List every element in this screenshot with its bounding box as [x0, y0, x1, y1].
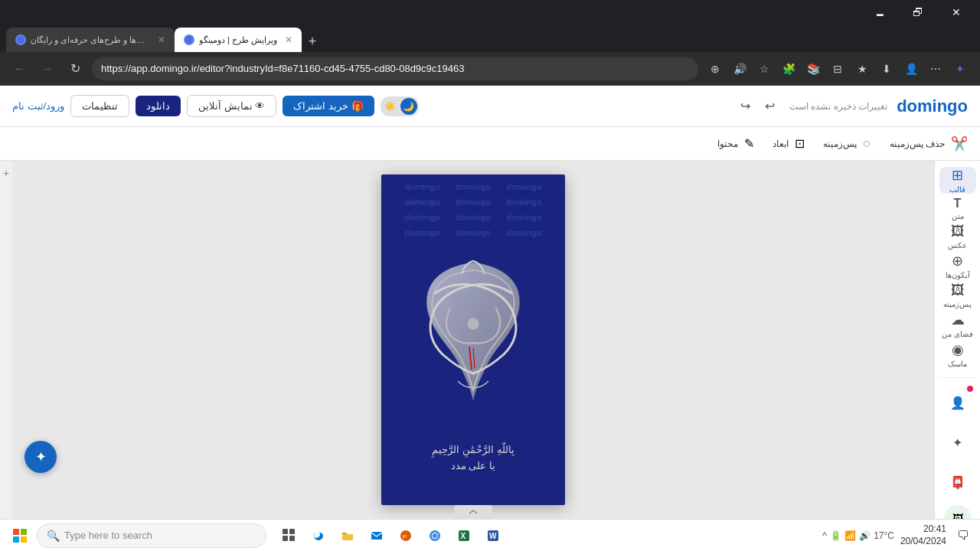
- add-to-bar-icon[interactable]: ⊕: [704, 58, 726, 80]
- forward-button[interactable]: →: [37, 58, 58, 80]
- subscribe-button[interactable]: 🎁 خرید اشتراک: [283, 96, 374, 116]
- excel-app[interactable]: X: [450, 522, 478, 549]
- extra-icon-2: ✦: [952, 435, 962, 450]
- more-icon[interactable]: ⋯: [925, 58, 946, 80]
- far-right-panel: +: [0, 161, 12, 519]
- sidebar-item-icons[interactable]: ⊕ آیکون‌ها: [939, 253, 976, 279]
- mask-label: ماسک: [948, 360, 967, 368]
- dimensions-icon: ⊡: [795, 136, 805, 151]
- extensions-icon[interactable]: 🧩: [778, 58, 799, 80]
- favorites-bar-icon[interactable]: ★: [851, 58, 873, 80]
- mail-app[interactable]: [363, 522, 390, 549]
- tab-1-label: قالب‌ها و طرح‌های حرفه‌ای و رایگان: [31, 35, 150, 45]
- read-aloud-icon[interactable]: 🔊: [729, 58, 750, 80]
- parrot-app[interactable]: P: [392, 522, 420, 549]
- chevron-up-icon[interactable]: ^: [822, 530, 827, 541]
- ai-icon[interactable]: ✦: [24, 441, 57, 473]
- tab-1[interactable]: قالب‌ها و طرح‌های حرفه‌ای و رایگان ✕: [6, 28, 175, 52]
- sidebar-item-template[interactable]: ⊞ قالب: [939, 167, 976, 194]
- notification-dot: [967, 386, 973, 392]
- battery-icon: 🔋: [830, 530, 841, 541]
- address-input[interactable]: [92, 57, 698, 80]
- tab-bar: قالب‌ها و طرح‌های حرفه‌ای و رایگان ✕ ویر…: [0, 24, 980, 52]
- undo-button[interactable]: ↩: [759, 96, 780, 117]
- top-tool-dimensions[interactable]: ⊡ ابعاد: [773, 136, 805, 151]
- myspace-label: فضای من: [942, 330, 973, 338]
- canvas-area[interactable]: 🛒 افزودن طرح به سبد خرید ℹ domingo domin…: [12, 161, 934, 519]
- extra-icon-3: 📮: [950, 475, 965, 490]
- minimize-button[interactable]: 🗕: [862, 0, 897, 24]
- back-button[interactable]: ←: [9, 58, 31, 80]
- refresh-button[interactable]: ↻: [64, 58, 86, 80]
- tab-1-favicon: [15, 34, 26, 45]
- top-tool-content[interactable]: ✎ محتوا: [717, 136, 754, 151]
- start-button[interactable]: [6, 522, 34, 549]
- myspace-icon: ☁: [951, 311, 965, 328]
- chrome-app[interactable]: [421, 522, 449, 549]
- ai-magic-button[interactable]: ✦: [24, 441, 57, 473]
- top-tool-background[interactable]: ○ پس‌زمینه: [823, 135, 871, 152]
- content-label: محتوا: [717, 139, 738, 149]
- tab-1-close[interactable]: ✕: [158, 34, 165, 45]
- theme-toggle[interactable]: 🌙 ☀️: [381, 96, 419, 116]
- calligraphy-artwork: [404, 247, 542, 416]
- tool-extra-2[interactable]: ✦: [939, 424, 976, 461]
- sidebar-item-text[interactable]: T متن: [939, 197, 976, 220]
- tool-extra-1[interactable]: 👤: [939, 384, 976, 421]
- bg-icon-top: ○: [863, 135, 871, 152]
- top-tool-remove-bg[interactable]: ✂️ حذف پس‌زمینه: [890, 135, 968, 152]
- new-tab-button[interactable]: +: [302, 31, 323, 52]
- svg-text:X: X: [461, 532, 466, 540]
- scroll-handle[interactable]: [454, 505, 492, 519]
- title-bar: 🗕 🗗 ✕: [0, 0, 980, 24]
- svg-rect-14: [289, 536, 295, 541]
- collections-icon[interactable]: 📚: [802, 58, 824, 80]
- sidebar-item-myspace[interactable]: ☁ فضای من: [939, 311, 976, 338]
- word-app[interactable]: W: [479, 522, 507, 549]
- profile-icon[interactable]: 👤: [900, 58, 922, 80]
- svg-point-1: [185, 36, 193, 44]
- redo-button[interactable]: ↪: [734, 96, 756, 117]
- settings-button[interactable]: تنظیمات: [70, 95, 129, 117]
- downloads-icon[interactable]: ⬇: [876, 58, 897, 80]
- text-icon: T: [954, 197, 962, 210]
- bg-label: پس‌زمینه: [943, 300, 972, 308]
- preview-button[interactable]: 👁 نمایش آنلاین: [187, 95, 276, 117]
- close-button[interactable]: ✕: [939, 0, 974, 24]
- svg-rect-7: [13, 529, 19, 535]
- explorer-app[interactable]: [334, 522, 361, 549]
- sidebar-item-mask[interactable]: ◉ ماسک: [939, 341, 976, 368]
- svg-rect-11: [283, 529, 288, 534]
- download-button[interactable]: دانلود: [136, 96, 181, 116]
- app-header-right: domingo تغییرات ذخیره نشده است ↩ ↪: [734, 96, 968, 117]
- address-bar: ← → ↻ ⊕ 🔊 ☆ 🧩 📚 ⊟ ★ ⬇ 👤 ⋯ ✦: [0, 52, 980, 86]
- add-icon-right[interactable]: +: [3, 167, 9, 179]
- sidebar-item-background[interactable]: 🖼 پس‌زمینه: [939, 282, 976, 308]
- wifi-icon: 📶: [844, 530, 856, 541]
- svg-rect-15: [371, 532, 382, 540]
- sidebar-item-photo[interactable]: 🖼 عکس: [939, 223, 976, 249]
- split-icon[interactable]: ⊟: [827, 58, 848, 80]
- svg-rect-9: [13, 536, 19, 543]
- tool-extra-3[interactable]: 📮: [939, 464, 976, 500]
- tab-2-close[interactable]: ✕: [285, 34, 292, 45]
- sidebar-toolbar: ⊞ قالب T متن 🖼 عکس ⊕ آیکون‌ها 🖼 پس‌ز: [934, 161, 980, 519]
- svg-rect-12: [289, 529, 295, 534]
- sun-icon: ☀️: [382, 98, 399, 115]
- undo-redo: ↩ ↪: [734, 96, 780, 117]
- taskview-app[interactable]: [276, 522, 303, 549]
- svg-point-0: [17, 36, 24, 44]
- favorites-icon[interactable]: ☆: [753, 58, 775, 80]
- unsaved-notice: تغییرات ذخیره نشده است: [789, 101, 887, 112]
- taskbar-time[interactable]: 20:41 20/04/2024: [900, 523, 946, 547]
- calligraphy-bottom-text: بِاللّهِ الرَّحْمَٰنِ الرَّحِيمِ یا علی …: [432, 442, 514, 474]
- notification-button[interactable]: 🗨: [952, 525, 974, 546]
- edge-app[interactable]: [305, 522, 332, 549]
- restore-button[interactable]: 🗗: [900, 0, 936, 24]
- copilot-icon[interactable]: ✦: [949, 58, 971, 80]
- taskbar-search[interactable]: 🔍 Type here to search: [37, 523, 266, 548]
- login-button[interactable]: ورود/ثبت نام: [12, 100, 64, 112]
- svg-rect-13: [283, 536, 288, 541]
- circular-tool-1[interactable]: 🖼: [944, 505, 972, 519]
- tab-2[interactable]: ویرایش طرح | دومینگو ✕: [175, 28, 302, 52]
